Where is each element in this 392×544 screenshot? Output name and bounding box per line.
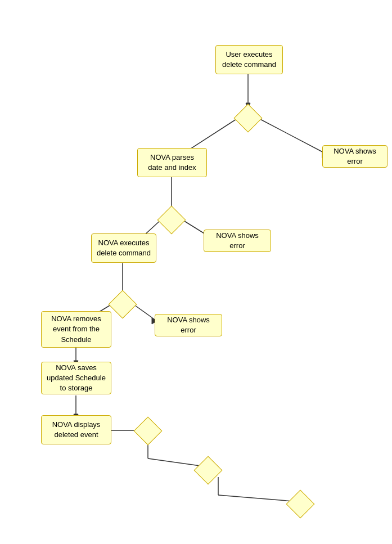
svg-line-28	[218, 495, 300, 502]
node-nova-parses: NOVA parses date and index	[137, 148, 207, 177]
node-nova-removes: NOVA removes event from the Schedule	[41, 311, 111, 348]
node-nova-shows-error-3: NOVA shows error	[155, 314, 222, 336]
diamond-3	[109, 290, 137, 319]
node-nova-displays: NOVA displays deleted event	[41, 415, 111, 444]
diamond-5	[194, 456, 223, 485]
svg-line-4	[258, 118, 326, 154]
diamond-1	[234, 104, 263, 133]
node-nova-saves: NOVA saves updated Schedule to storage	[41, 362, 111, 394]
flow-arrows	[0, 0, 392, 544]
diamond-2	[157, 206, 186, 235]
node-nova-shows-error-2: NOVA shows error	[204, 230, 271, 252]
svg-line-16	[133, 304, 155, 320]
node-nova-shows-error-1: NOVA shows error	[322, 145, 388, 168]
diamond-6	[286, 490, 315, 519]
diagram-container: User executes delete command NOVA parses…	[0, 0, 392, 544]
node-user-executes: User executes delete command	[215, 45, 283, 74]
node-nova-executes: NOVA executes delete command	[91, 233, 156, 263]
diamond-4	[134, 417, 163, 446]
